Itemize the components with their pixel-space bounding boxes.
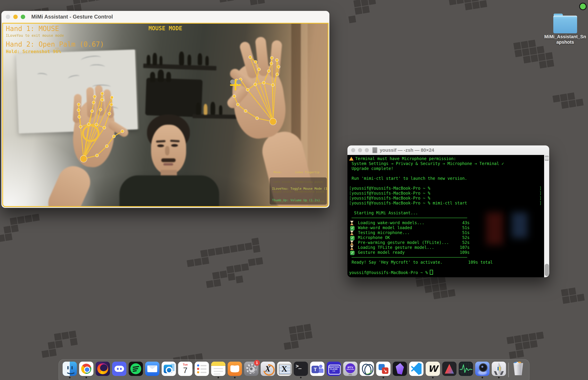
dock-icon-terminal[interactable]: >_: [294, 361, 308, 378]
dock-icon-spotify[interactable]: [129, 361, 143, 378]
close-button[interactable]: [6, 15, 10, 19]
dock-icon-system-settings[interactable]: 1: [244, 361, 258, 378]
hold-progress: Hold: Screenshot 96%: [6, 49, 104, 54]
running-indicator: [234, 377, 236, 378]
gesture-legend: ILoveYou: Toggle Mouse Mode (1.2s) Thumb…: [270, 177, 327, 205]
wallpaper-pattern: [561, 289, 569, 297]
dock-icon-x11[interactable]: X: [277, 361, 291, 378]
wallpaper-pattern: [507, 336, 514, 344]
terminal-scrollbar-track[interactable]: [544, 155, 549, 277]
dock-icon-xquartz[interactable]: X: [261, 361, 275, 378]
dock-icon-obsidian[interactable]: [393, 361, 407, 378]
mimi-titlebar[interactable]: MiMi Assistant - Gesture Control: [1, 11, 329, 23]
terminal-prompt-line: [youssif@Youssifs-MacBook-Pro ~ %]: [349, 186, 542, 191]
dock-icon-firefox[interactable]: [96, 361, 110, 378]
dock-icon-trash[interactable]: [511, 361, 525, 378]
terminal-checklist-row: Pre-warming gesture model (TFLite)...52s: [349, 240, 542, 245]
warning-icon: [349, 157, 354, 161]
wallpaper-pattern: [353, 0, 361, 7]
terminal-active-prompt[interactable]: youssif@Youssifs-MacBook-Pro ~ %: [349, 270, 542, 275]
dock-icon-wave-app[interactable]: W: [426, 361, 440, 378]
dock: Tue7 1 X X >_ T SMARTERSPLAYERLite IPTVS…: [58, 359, 530, 380]
running-indicator: [383, 377, 384, 378]
running-indicator: [218, 377, 219, 378]
terminal-line-blank: [349, 171, 542, 176]
minimize-button[interactable]: [358, 148, 362, 152]
dock-icon-notes[interactable]: [211, 361, 226, 378]
dock-icon-outlook[interactable]: [162, 361, 176, 378]
dock-icon-chrome[interactable]: [79, 361, 94, 378]
terminal-titlebar[interactable]: youssif — -zsh — 80×24: [347, 145, 549, 155]
gesture-legend-item: Thumb_Up: Volume Up (1.2s): [272, 198, 324, 202]
notification-badge: 1: [254, 360, 260, 366]
running-indicator: [432, 377, 434, 378]
close-button[interactable]: [351, 148, 355, 152]
outlook-o-glyph: [166, 367, 172, 374]
folder-body: [553, 16, 577, 33]
wallpaper-pattern: [212, 272, 220, 280]
dock-icon-vscode[interactable]: [409, 361, 423, 378]
dock-icon-mail[interactable]: [145, 361, 159, 378]
scroll-marker: [545, 156, 549, 161]
dock-icon-vmware-fusion[interactable]: ↘: [376, 361, 390, 378]
dock-icon-camera-app[interactable]: [475, 361, 490, 378]
terminal-checklist-row: ✓Gesture model ready109s: [349, 250, 542, 255]
minimize-button[interactable]: [13, 15, 18, 19]
terminal-prompt-line: [youssif@Youssifs-MacBook-Pro ~ %]: [349, 191, 542, 196]
wallpaper-pattern: [513, 42, 521, 50]
dock-icon-smarters-player[interactable]: SMARTERSPLAYERLite: [327, 361, 341, 378]
mouse-cursor-crosshair: [230, 79, 241, 90]
terminal-ready-line: Ready! Say 'Hey Mycroft' to activate.109…: [349, 260, 542, 265]
terminal-checklist-row: ✓Microphone OK52s: [349, 235, 542, 240]
terminal-line-blank: [349, 265, 542, 270]
wallpaper-pattern: [10, 217, 18, 225]
wallpaper-pattern: [54, 333, 62, 341]
terminal-prompt-line: [youssif@Youssifs-MacBook-Pro ~ %]: [349, 196, 542, 201]
hourglass-icon: [350, 221, 354, 225]
terminal-checklist-row: Loading wake-word models...43s: [349, 220, 542, 225]
zoom-button[interactable]: [365, 148, 369, 152]
terminal-window: youssif — -zsh — 80×24 Terminal must hav…: [347, 145, 549, 277]
dock-icon-python-launcher[interactable]: [492, 361, 506, 378]
dock-icon-curve-app[interactable]: [442, 361, 456, 378]
dock-icon-monitor-app[interactable]: [459, 361, 473, 378]
dock-icon-reminders[interactable]: [195, 361, 209, 378]
terminal-checklist-row: Testing microphone...51s: [349, 230, 542, 235]
wallpaper-pattern: [289, 326, 297, 334]
desktop-folder-icon[interactable]: [553, 14, 577, 34]
terminal-window-title: youssif — -zsh — 80×24: [380, 148, 434, 153]
hand1-status: Hand 1: MOUSE ILoveYou to exit mouse mod…: [6, 25, 64, 38]
terminal-checklist-row: Loading TFLite gesture model...107s: [349, 245, 542, 250]
check-icon: ✓: [350, 236, 355, 240]
desktop-folder-label[interactable]: MiMi_Assistant_Snapshots: [544, 34, 587, 45]
dock-icon-discord[interactable]: [112, 361, 126, 378]
terminal-body[interactable]: Terminal must have Microphone permission…: [347, 155, 549, 277]
terminal-line: System Settings → Privacy & Security → M…: [349, 161, 542, 166]
hourglass-icon: [350, 246, 354, 250]
dock-icon-books[interactable]: [228, 361, 242, 378]
running-indicator: [498, 377, 500, 378]
check-icon: ✓: [350, 251, 355, 255]
hand2-status: Hand 2: Open_Palm (0.67) Hold: Screensho…: [6, 40, 104, 54]
dock-icon-iptv-smarters[interactable]: IPTVSMARTERSPRO: [343, 361, 358, 378]
terminal-separator: ────────────────────────────────────────…: [349, 255, 542, 260]
zoom-button[interactable]: [21, 15, 25, 19]
running-indicator: [300, 377, 302, 378]
terminal-command-line: [youssif@Youssifs-MacBook-Pro ~ % mimi-c…: [349, 201, 542, 206]
terminal-checklist-row: ✓Wake-word model loaded51s: [349, 225, 542, 230]
terminal-cursor: [430, 270, 433, 275]
dock-divider: [508, 363, 509, 377]
wallpaper-pattern: [73, 0, 80, 4]
terminal-line-warning: Terminal must have Microphone permission…: [349, 156, 542, 161]
running-indicator: [69, 377, 71, 378]
dock-icon-teams[interactable]: T: [310, 361, 324, 378]
wallpaper-pattern: [200, 249, 208, 257]
terminal-scrollbar-thumb[interactable]: [545, 264, 549, 276]
dock-icon-calendar[interactable]: Tue7: [178, 361, 192, 378]
wallpaper-pattern: [449, 0, 456, 5]
terminal-line: Upgrade complete!: [349, 166, 542, 171]
terminal-line-starting: Starting MiMi Assistant...: [349, 210, 542, 215]
dock-icon-finder[interactable]: [63, 361, 77, 378]
terminal-line-blank: [349, 181, 542, 186]
dock-icon-loops-app[interactable]: [360, 361, 374, 378]
